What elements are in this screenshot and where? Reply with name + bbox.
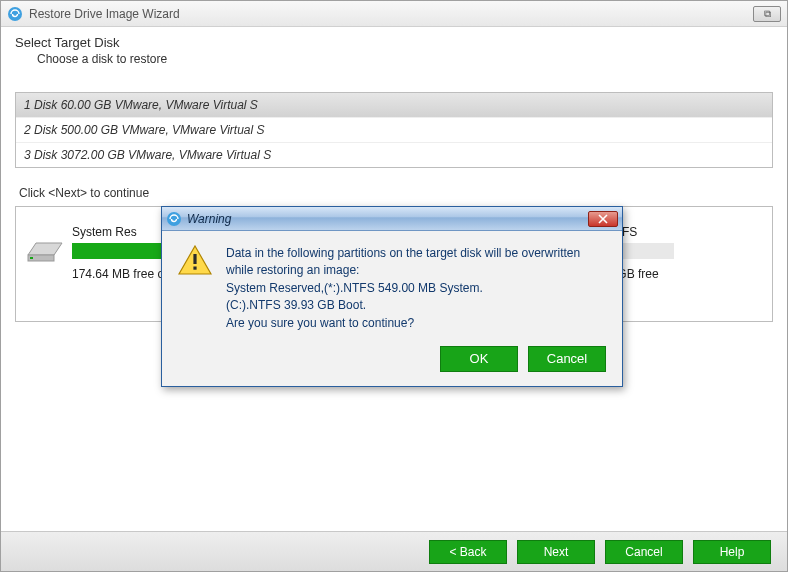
wizard-footer: < Back Next Cancel Help [1,531,787,571]
back-button[interactable]: < Back [429,540,507,564]
svg-rect-12 [193,254,196,264]
disk-icon [26,237,64,263]
warning-icon [178,245,212,275]
disk-row[interactable]: 3 Disk 3072.00 GB VMware, VMware Virtual… [16,143,772,167]
dialog-body: Data in the following partitions on the … [162,231,622,336]
disk-list: 1 Disk 60.00 GB VMware, VMware Virtual S… [15,92,773,168]
dialog-line: Data in the following partitions on the … [226,245,606,280]
titlebar: Restore Drive Image Wizard ⧉ [1,1,787,27]
wizard-window: Restore Drive Image Wizard ⧉ Select Targ… [0,0,788,572]
dialog-title: Warning [187,212,588,226]
dialog-close-button[interactable] [588,211,618,227]
svg-point-10 [167,212,181,226]
svg-marker-1 [28,243,62,255]
window-title: Restore Drive Image Wizard [29,7,753,21]
dialog-actions: OK Cancel [162,336,622,386]
ok-button[interactable]: OK [440,346,518,372]
svg-point-0 [8,7,22,21]
help-button[interactable]: Help [693,540,771,564]
dialog-cancel-button[interactable]: Cancel [528,346,606,372]
continue-hint: Click <Next> to continue [19,186,773,200]
warning-dialog: Warning Data in the following partitions… [161,206,623,387]
page-subtitle: Choose a disk to restore [15,52,773,66]
dialog-titlebar: Warning [162,207,622,231]
dialog-line: (C:).NTFS 39.93 GB Boot. [226,297,606,314]
svg-rect-13 [193,267,196,270]
dialog-message: Data in the following partitions on the … [226,245,606,332]
svg-rect-3 [30,257,33,259]
app-icon [166,211,182,227]
wizard-header: Select Target Disk Choose a disk to rest… [1,27,787,70]
dialog-line: Are you sure you want to continue? [226,315,606,332]
dialog-line: System Reserved,(*:).NTFS 549.00 MB Syst… [226,280,606,297]
app-icon [7,6,23,22]
disk-row[interactable]: 1 Disk 60.00 GB VMware, VMware Virtual S [16,93,772,118]
next-button[interactable]: Next [517,540,595,564]
page-title: Select Target Disk [15,35,773,50]
window-close-button[interactable]: ⧉ [753,6,781,22]
disk-row[interactable]: 2 Disk 500.00 GB VMware, VMware Virtual … [16,118,772,143]
cancel-button[interactable]: Cancel [605,540,683,564]
